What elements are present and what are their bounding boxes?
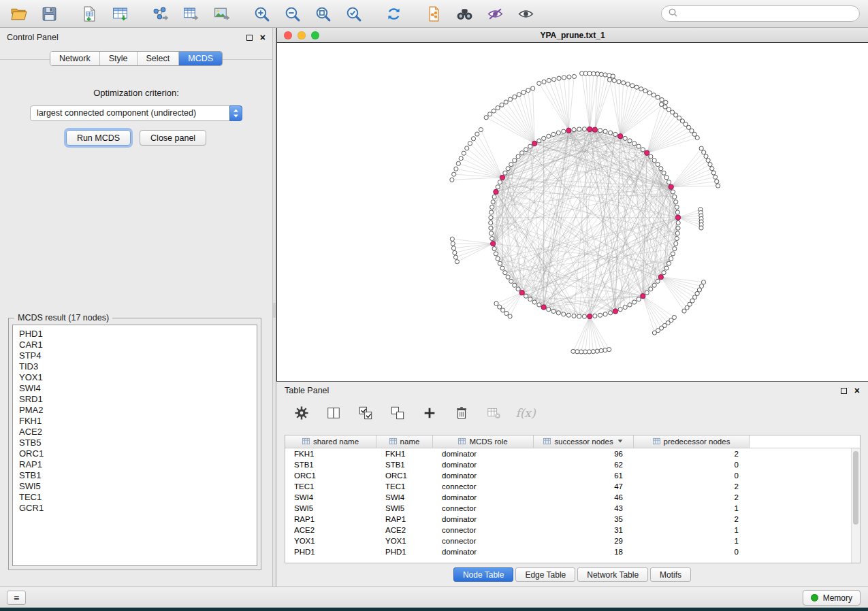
mcds-result-item[interactable]: ORC1 — [19, 448, 251, 459]
column-header-predecessor-nodes[interactable]: predecessor nodes — [634, 435, 750, 448]
tab-mcds[interactable]: MCDS — [179, 52, 222, 65]
table-scrollbar[interactable] — [851, 448, 860, 563]
select-all-icon[interactable] — [357, 404, 374, 422]
mcds-result-item[interactable]: RAP1 — [19, 459, 251, 470]
cell-shared-name: STB1 — [285, 461, 376, 469]
table-row[interactable]: YOX1YOX1connector291 — [285, 535, 860, 546]
close-panel-icon[interactable]: × — [260, 33, 266, 42]
cell-shared-name: TEC1 — [285, 482, 376, 491]
mcds-result-item[interactable]: SWI5 — [19, 481, 251, 492]
refresh-network-icon[interactable] — [383, 3, 404, 24]
mcds-result-item[interactable]: TID3 — [19, 361, 251, 372]
float-panel-icon[interactable] — [246, 35, 253, 41]
deselect-all-icon[interactable] — [389, 404, 406, 422]
window-minimize-button[interactable] — [298, 31, 306, 39]
network-search-icon[interactable] — [454, 3, 475, 24]
table-toolbar: f(x) — [276, 399, 868, 427]
settings-icon[interactable] — [293, 404, 310, 422]
zoom-fit-icon[interactable] — [312, 3, 333, 24]
zoom-in-icon[interactable] — [251, 3, 272, 24]
mcds-result-item[interactable]: STB1 — [19, 470, 251, 481]
mcds-result-item[interactable]: SRD1 — [19, 394, 251, 405]
share-file-icon[interactable] — [423, 3, 444, 24]
window-close-button[interactable] — [284, 31, 292, 39]
status-menu-button[interactable]: ≡ — [7, 591, 26, 605]
float-panel-icon[interactable] — [841, 388, 847, 394]
control-panel-header: Control Panel × — [0, 28, 272, 47]
add-row-icon[interactable] — [421, 404, 438, 422]
cell-shared-name: FKH1 — [285, 450, 376, 458]
cell-shared-name: RAP1 — [285, 515, 376, 523]
column-header-name[interactable]: name — [376, 435, 433, 448]
mcds-result-item[interactable]: ACE2 — [19, 427, 251, 437]
search-box[interactable] — [661, 5, 860, 22]
column-header-mcds-role[interactable]: MCDS role — [433, 435, 534, 448]
close-mcds-panel-button[interactable]: Close panel — [140, 130, 206, 146]
column-header-shared-name[interactable]: shared name — [285, 435, 376, 448]
mcds-result-item[interactable]: FKH1 — [19, 416, 251, 427]
mcds-result-item[interactable]: SWI4 — [19, 383, 251, 394]
mcds-result-item[interactable]: STP4 — [19, 350, 251, 361]
table-row[interactable]: PHD1PHD1dominator180 — [285, 546, 860, 557]
network-view-window: YPA_prune.txt_1 — [276, 28, 868, 382]
run-mcds-button[interactable]: Run MCDS — [66, 130, 131, 146]
memory-button[interactable]: Memory — [803, 590, 861, 606]
mcds-result-list[interactable]: PHD1CAR1STP4TID3YOX1SWI4SRD1PMA2FKH1ACE2… — [12, 325, 257, 566]
cell-shared-name: ORC1 — [285, 472, 376, 480]
tab-edge-table[interactable]: Edge Table — [515, 567, 575, 582]
table-row[interactable]: SWI4SWI4dominator462 — [285, 492, 860, 503]
import-file-icon[interactable] — [79, 3, 99, 24]
tab-network-table[interactable]: Network Table — [577, 567, 648, 582]
table-panel: Table Panel × f(x) shared namenameMCDS r… — [276, 382, 868, 587]
tab-node-table[interactable]: Node Table — [453, 567, 514, 582]
close-panel-icon[interactable]: × — [854, 386, 860, 395]
mcds-result-item[interactable]: GCR1 — [19, 503, 251, 514]
cell-predecessor-nodes: 1 — [634, 537, 750, 545]
column-grid-icon — [653, 437, 660, 446]
network-canvas[interactable] — [277, 43, 868, 381]
tab-network[interactable]: Network — [50, 52, 100, 65]
export-table-icon[interactable] — [180, 3, 201, 24]
zoom-selected-icon[interactable] — [343, 3, 364, 24]
tab-style[interactable]: Style — [100, 52, 138, 65]
table-row[interactable]: ACE2ACE2connector311 — [285, 525, 860, 535]
export-image-icon[interactable] — [211, 3, 231, 24]
table-row[interactable]: STB1STB1dominator620 — [285, 459, 860, 470]
mcds-result-item[interactable]: TEC1 — [19, 492, 251, 503]
network-graph[interactable] — [277, 43, 868, 381]
mcds-result-item[interactable]: STB5 — [19, 437, 251, 448]
tab-select[interactable]: Select — [138, 52, 180, 65]
mcds-result-item[interactable]: PHD1 — [19, 329, 251, 340]
mcds-result-item[interactable]: PMA2 — [19, 405, 251, 416]
column-header-successor-nodes[interactable]: successor nodes — [534, 435, 634, 448]
hide-graphics-details-icon[interactable] — [485, 3, 505, 24]
node-table: shared namenameMCDS rolesuccessor nodesp… — [285, 435, 861, 563]
table-row[interactable]: ORC1ORC1dominator610 — [285, 470, 860, 481]
table-row[interactable]: SWI5SWI5connector431 — [285, 503, 860, 514]
table-row[interactable]: RAP1RAP1dominator352 — [285, 514, 860, 525]
column-grid-icon — [458, 437, 466, 446]
mcds-result-item[interactable]: CAR1 — [19, 340, 251, 350]
criterion-select[interactable]: largest connected component (undirected) — [30, 105, 242, 121]
scrollbar-thumb[interactable] — [853, 451, 858, 525]
search-input[interactable] — [682, 9, 853, 18]
export-network-icon[interactable] — [150, 3, 170, 24]
cell-mcds-role: dominator — [433, 461, 534, 469]
mcds-result-item[interactable]: YOX1 — [19, 372, 251, 383]
cell-name: STB1 — [376, 461, 433, 469]
chevron-down-icon — [617, 437, 624, 446]
save-session-icon[interactable] — [39, 3, 59, 24]
delete-row-icon[interactable] — [453, 404, 470, 422]
zoom-out-icon[interactable] — [282, 3, 302, 24]
import-table-icon[interactable] — [110, 3, 130, 24]
network-window-titlebar[interactable]: YPA_prune.txt_1 — [277, 28, 868, 43]
show-graphics-details-icon[interactable] — [515, 3, 536, 24]
table-row[interactable]: FKH1FKH1dominator962 — [285, 448, 860, 459]
split-column-icon[interactable] — [325, 404, 342, 422]
cell-predecessor-nodes: 2 — [634, 482, 750, 491]
window-zoom-button[interactable] — [311, 31, 319, 39]
table-row[interactable]: TEC1TEC1connector472 — [285, 481, 860, 492]
toolbar-icon-groups — [8, 3, 556, 24]
open-file-icon[interactable] — [8, 3, 29, 24]
tab-motifs[interactable]: Motifs — [650, 567, 691, 582]
